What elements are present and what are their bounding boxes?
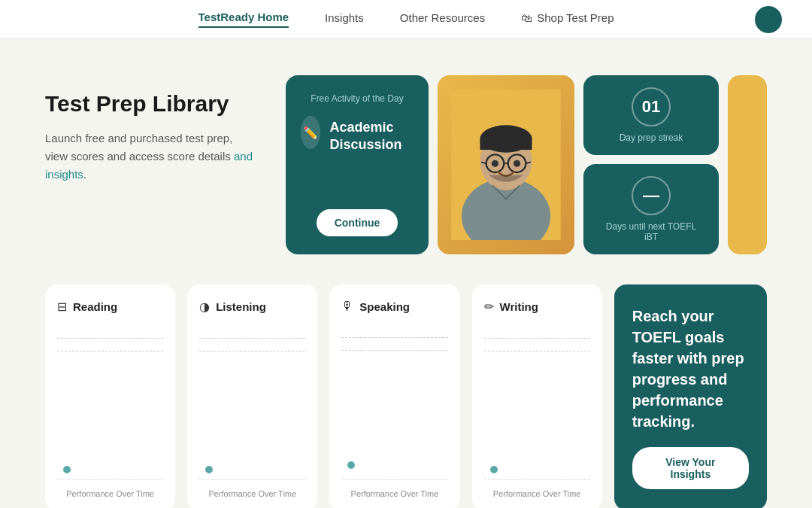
- bottom-section: ⊟ Reading Performance Over Time ◑ Listen…: [0, 284, 812, 508]
- insights-promo-text: Reach your TOEFL goals faster with prep …: [632, 306, 749, 432]
- view-insights-button[interactable]: View Your Insights: [632, 447, 749, 489]
- continue-button[interactable]: Continue: [317, 209, 398, 236]
- days-card: — Days until next TOEFL iBT: [583, 164, 719, 254]
- reading-dot: [63, 466, 71, 473]
- insights-promo-card: Reach your TOEFL goals faster with prep …: [614, 284, 767, 508]
- user-avatar[interactable]: [755, 6, 782, 33]
- listening-chart: [199, 326, 305, 480]
- activity-title: Academic Discussion: [329, 119, 414, 154]
- hero-section: Test Prep Library Launch free and purcha…: [0, 39, 812, 284]
- skill-name-listening: Listening: [216, 300, 266, 313]
- photo-inner: [438, 75, 574, 254]
- shop-bag-icon: 🛍: [521, 11, 532, 24]
- skill-name-speaking: Speaking: [359, 300, 410, 313]
- speaking-chart: [341, 325, 447, 480]
- skill-header-reading: ⊟ Reading: [57, 300, 163, 314]
- streak-number: 01: [632, 87, 671, 126]
- reading-chart: [57, 326, 163, 480]
- svg-rect-5: [480, 138, 532, 150]
- days-label: Days until next TOEFL iBT: [598, 221, 704, 242]
- svg-point-12: [514, 160, 520, 167]
- skill-header-speaking: 🎙 Speaking: [341, 300, 447, 313]
- page-title: Test Prep Library: [45, 90, 256, 117]
- svg-point-11: [492, 160, 498, 167]
- activity-card: Free Activity of the Day ✏️ Academic Dis…: [286, 75, 429, 254]
- hero-description: Launch free and purchased test prep, vie…: [45, 129, 256, 184]
- nav-insights[interactable]: Insights: [325, 11, 364, 27]
- navigation: TestReady Home Insights Other Resources …: [0, 0, 812, 39]
- speaking-icon: 🎙: [341, 300, 353, 313]
- skill-card-writing: ✏ Writing Performance Over Time: [472, 284, 602, 508]
- writing-chart: [484, 326, 590, 480]
- days-number: —: [632, 176, 671, 215]
- writing-footer: Performance Over Time: [484, 489, 590, 498]
- writing-dot: [490, 466, 498, 473]
- skill-card-reading: ⊟ Reading Performance Over Time: [45, 284, 175, 508]
- reading-icon: ⊟: [57, 300, 67, 314]
- activity-icon: ✏️: [301, 116, 320, 149]
- speaking-footer: Performance Over Time: [341, 489, 447, 498]
- skill-card-listening: ◑ Listening Performance Over Time: [187, 284, 317, 508]
- nav-other-resources[interactable]: Other Resources: [400, 11, 485, 27]
- skill-header-listening: ◑ Listening: [199, 300, 305, 314]
- reading-footer: Performance Over Time: [57, 489, 163, 498]
- cards-row: Free Activity of the Day ✏️ Academic Dis…: [286, 75, 767, 254]
- photo-card: [438, 75, 574, 254]
- stat-cards-column: 01 Day prep streak — Days until next TOE…: [583, 75, 719, 254]
- person-illustration: [446, 90, 566, 240]
- nav-shop-test-prep[interactable]: 🛍 Shop Test Prep: [521, 11, 614, 27]
- activity-content: ✏️ Academic Discussion: [301, 116, 414, 157]
- hero-text-block: Test Prep Library Launch free and purcha…: [45, 75, 256, 184]
- yellow-accent-strip: [728, 75, 767, 254]
- nav-testready-home[interactable]: TestReady Home: [198, 11, 289, 28]
- streak-label: Day prep streak: [620, 132, 683, 143]
- listening-dot: [205, 466, 213, 473]
- skill-name-reading: Reading: [73, 300, 117, 313]
- skill-header-writing: ✏ Writing: [484, 300, 590, 314]
- skill-name-writing: Writing: [500, 300, 538, 313]
- listening-icon: ◑: [199, 300, 210, 314]
- streak-card: 01 Day prep streak: [583, 75, 719, 155]
- skill-card-speaking: 🎙 Speaking Performance Over Time: [329, 284, 459, 508]
- activity-day-label: Free Activity of the Day: [301, 93, 414, 104]
- speaking-dot: [347, 461, 355, 469]
- listening-footer: Performance Over Time: [199, 489, 305, 498]
- writing-icon: ✏: [484, 300, 494, 314]
